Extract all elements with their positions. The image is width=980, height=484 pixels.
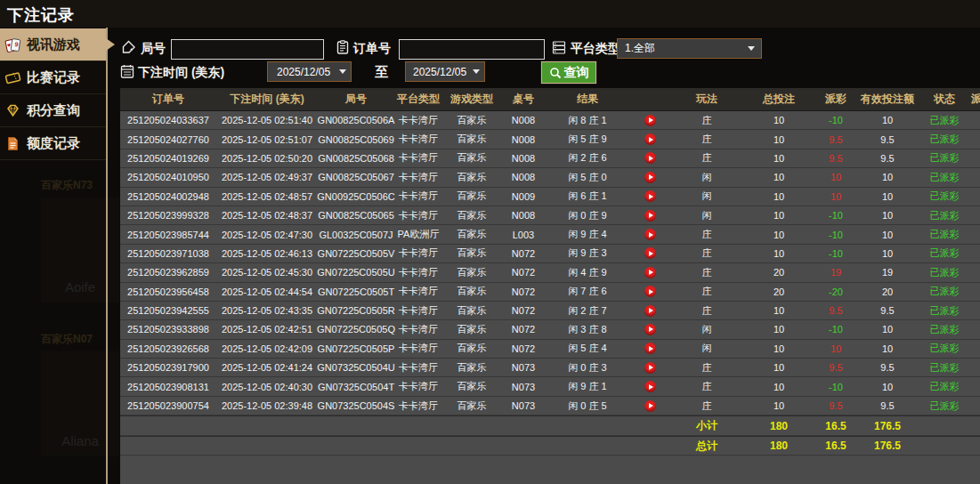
valid-bet-cell: 10: [857, 206, 918, 224]
game-type-cell: 百家乐: [442, 359, 501, 376]
date-to-select[interactable]: 2025/12/05: [405, 61, 485, 82]
sidebar-item-video-games[interactable]: 9 ♥ 视讯游戏: [0, 28, 106, 61]
bet-type-cell: 闲: [670, 320, 743, 338]
payout-cell: 9.5: [814, 149, 857, 167]
status-cell: 已派彩: [918, 188, 971, 206]
round-number-cell: GN07325C0504S: [318, 397, 394, 415]
valid-bet-cell: 19: [857, 263, 918, 281]
table-row: 2512050240277602025-12-05 02:51:07GN0082…: [120, 130, 980, 149]
round-number-input[interactable]: [171, 39, 324, 60]
result-cell: 闲 0 庄 3: [546, 359, 629, 376]
bet-time-cell: 2025-12-05 02:47:30: [216, 225, 318, 243]
play-video-icon[interactable]: [644, 190, 656, 202]
empty-cell: [442, 416, 501, 435]
platform-cell: 卡卡湾厅: [394, 340, 442, 358]
empty-cell: [918, 437, 971, 456]
result-cell: 闲 7 庄 6: [546, 283, 629, 301]
platform-cell: 卡卡湾厅: [394, 245, 442, 262]
play-video-icon[interactable]: [644, 152, 656, 164]
result-cell: 闲 2 庄 7: [546, 302, 629, 319]
total-bet-cell: 10: [743, 168, 814, 186]
bet-type-cell: 庄: [670, 283, 743, 301]
play-video-icon[interactable]: [644, 229, 656, 240]
query-button[interactable]: 查询: [541, 61, 596, 84]
valid-bet-cell: 9.5: [857, 149, 918, 167]
play-video-icon[interactable]: [644, 210, 656, 222]
order-number-cell: 251205023917900: [120, 359, 216, 376]
play-video-icon[interactable]: [644, 400, 656, 412]
payout-cell: -10: [814, 320, 857, 338]
platform-type-select[interactable]: 1.全部: [617, 38, 762, 59]
video-cell: [629, 168, 670, 186]
empty-cell: [629, 437, 670, 456]
table-row: 2512050240029482025-12-05 02:48:57GN0092…: [120, 188, 980, 206]
game-type-cell: 百家乐: [442, 340, 501, 358]
valid-bet-cell: 9.5: [857, 302, 918, 319]
round-number-cell: GN00825C05068: [318, 149, 394, 167]
play-video-icon[interactable]: [644, 305, 656, 317]
payout-cell: 9.5: [814, 359, 857, 376]
total-bet-cell: 10: [743, 111, 814, 129]
clipped-cell: [971, 225, 980, 243]
table-number-cell: N073: [501, 397, 546, 415]
order-number-cell: 251205023900754: [120, 397, 216, 415]
payout-cell: -10: [814, 377, 857, 395]
bet-time-cell: 2025-12-05 02:44:54: [216, 283, 318, 301]
clipboard-icon: [335, 39, 351, 59]
play-video-icon[interactable]: [644, 267, 656, 278]
valid-bet-cell: 9.5: [857, 359, 918, 376]
play-video-icon[interactable]: [644, 324, 656, 335]
status-cell: 已派彩: [918, 302, 971, 319]
query-button-label: 查询: [564, 65, 589, 81]
status-cell: 已派彩: [918, 245, 971, 262]
valid-bet-cell: 10: [857, 225, 918, 243]
table-number-cell: N072: [501, 283, 546, 301]
date-from-select[interactable]: 2025/12/05: [267, 61, 352, 82]
sidebar-item-label: 比赛记录: [27, 69, 80, 86]
play-video-icon[interactable]: [644, 343, 656, 354]
payout-sum-cell: 16.5: [814, 416, 857, 435]
bet-type-cell: 庄: [670, 225, 743, 243]
play-video-icon[interactable]: [644, 247, 656, 259]
result-cell: 闲 9 庄 4: [546, 225, 629, 243]
order-number-cell: 251205023926568: [120, 340, 216, 358]
date-to-label: 至: [375, 64, 388, 81]
status-cell: 已派彩: [918, 111, 971, 129]
order-number-input[interactable]: [399, 39, 545, 60]
bet-time-cell: 2025-12-05 02:43:35: [216, 302, 318, 319]
game-type-cell: 百家乐: [442, 149, 501, 167]
result-cell: 闲 9 庄 1: [546, 377, 629, 395]
bet-type-cell: 庄: [670, 359, 743, 376]
play-video-icon[interactable]: [644, 133, 656, 145]
order-number-cell: 251205024019269: [120, 149, 216, 167]
total-label-cell: 小计: [670, 416, 743, 435]
play-video-icon[interactable]: [644, 172, 656, 183]
platform-cell: 卡卡湾厅: [394, 188, 442, 206]
column-header: 派彩: [814, 88, 857, 110]
table-row: 2512050239564582025-12-05 02:44:54GN0722…: [120, 283, 980, 302]
table-number-cell: N072: [501, 263, 546, 281]
total-bet-cell: 10: [743, 320, 814, 338]
tag-icon: [121, 39, 137, 59]
game-type-cell: 百家乐: [442, 168, 501, 186]
status-cell: 已派彩: [918, 320, 971, 338]
sidebar-item-points-query[interactable]: 积分查询: [0, 94, 106, 127]
sidebar-item-label: 积分查询: [27, 102, 80, 119]
play-video-icon[interactable]: [644, 362, 656, 374]
clipped-cell: [971, 206, 980, 224]
valid-bet-sum-cell: 176.5: [857, 416, 918, 435]
column-header: 下注时间 (美东): [216, 88, 318, 110]
play-video-icon[interactable]: [644, 286, 656, 297]
bet-type-cell: 闲: [670, 206, 743, 224]
sidebar-item-match-records[interactable]: 比赛记录: [0, 61, 106, 94]
game-type-cell: 百家乐: [442, 245, 501, 262]
valid-bet-cell: 10: [857, 168, 918, 186]
play-video-icon[interactable]: [644, 381, 656, 392]
platform-cell: 卡卡湾厅: [394, 302, 442, 319]
sidebar-item-quota-records[interactable]: 额度记录: [0, 127, 106, 160]
game-type-cell: 百家乐: [442, 377, 501, 395]
video-cell: [629, 377, 670, 395]
game-type-cell: 百家乐: [442, 263, 501, 281]
play-video-icon[interactable]: [644, 115, 656, 126]
status-cell: 已派彩: [918, 168, 971, 186]
